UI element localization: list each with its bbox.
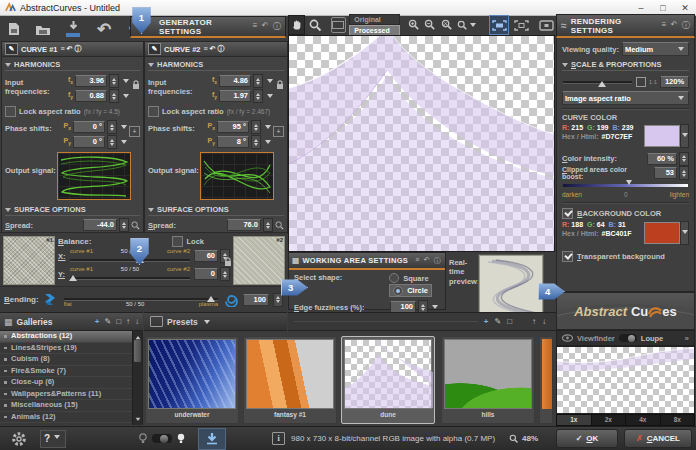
px-stepper[interactable]: [107, 120, 117, 134]
fullscreen-preview-button[interactable]: [538, 16, 556, 34]
loupe-tab[interactable]: Loupe: [641, 334, 664, 343]
curve2-texture-thumbnail[interactable]: #2: [233, 236, 285, 285]
lock-aspect-checkbox[interactable]: [148, 106, 159, 117]
collapse-icon[interactable]: [5, 63, 11, 70]
zoom-out-button[interactable]: [423, 16, 437, 34]
shape-square-label[interactable]: Square: [403, 274, 428, 283]
px-stepper[interactable]: [251, 120, 261, 134]
py-dropdown-icon[interactable]: [121, 140, 127, 147]
panel-menu-icon[interactable]: ≡: [253, 21, 258, 32]
menu-icon[interactable]: ≡: [204, 45, 208, 52]
px-input[interactable]: 0 °: [73, 121, 105, 133]
gallery-item-fire-smoke[interactable]: Fire&Smoke (7): [0, 366, 133, 378]
open-image-button[interactable]: [3, 19, 25, 39]
zoom-8x-button[interactable]: 8x: [661, 415, 695, 425]
background-color-checkbox[interactable]: [562, 208, 573, 219]
zoom-level-value[interactable]: 48%: [522, 434, 538, 443]
py-stepper[interactable]: [107, 135, 117, 149]
panel-reset-icon[interactable]: ↶: [262, 21, 269, 32]
zoom-1x-button[interactable]: 1x: [557, 415, 592, 425]
clipped-boost-input[interactable]: 53: [654, 167, 677, 179]
color-intensity-stepper[interactable]: [679, 152, 689, 166]
gallery-item-animals[interactable]: Animals (12): [0, 412, 133, 424]
fx-dropdown-icon[interactable]: [267, 79, 273, 86]
gallery-item-cubism[interactable]: Cubism (8): [0, 354, 133, 366]
viewfinder-preview[interactable]: [556, 346, 695, 414]
fx-dropdown-icon[interactable]: [123, 79, 129, 86]
maximize-button[interactable]: □: [652, 3, 674, 13]
py-dropdown-icon[interactable]: [265, 140, 271, 147]
scale-zoom-value[interactable]: 120%: [660, 76, 689, 88]
preferences-button[interactable]: [6, 429, 32, 449]
aspect-ratio-select[interactable]: Image aspect ratio: [562, 91, 689, 105]
gallery-item-miscellaneous[interactable]: Miscellaneous (15): [0, 400, 133, 412]
spread-input[interactable]: -44.0: [83, 219, 117, 231]
lock-aspect-checkbox[interactable]: [5, 106, 16, 117]
px-input[interactable]: 95 °: [217, 121, 249, 133]
gallery-item-close-up[interactable]: Close-up (6): [0, 377, 133, 389]
zoom-4x-button[interactable]: 4x: [626, 415, 661, 425]
gallery-item-abstractions[interactable]: Abstractions (12): [0, 331, 133, 343]
clipped-boost-stepper[interactable]: [679, 166, 689, 180]
shape-square-radio[interactable]: [389, 273, 399, 283]
minimize-button[interactable]: –: [630, 3, 652, 13]
shape-circle-label[interactable]: Circle: [407, 286, 428, 295]
copy-gallery-button[interactable]: □: [116, 317, 121, 326]
balance-lock-checkbox[interactable]: [172, 236, 183, 247]
share-download-button[interactable]: [198, 428, 226, 450]
reset-icon[interactable]: ↶: [67, 45, 73, 52]
export-presets-button[interactable]: [61, 19, 85, 39]
fx-stepper[interactable]: [109, 74, 119, 88]
info-icon[interactable]: ⓘ: [74, 45, 81, 52]
preset-partial[interactable]: [539, 336, 553, 424]
bending-input[interactable]: 100: [243, 294, 269, 306]
gallery-item-lines-stripes[interactable]: Lines&Stripes (19): [0, 343, 133, 355]
viewing-quality-select[interactable]: Medium: [622, 42, 689, 56]
scrollbar-thumb[interactable]: [134, 340, 141, 362]
fit-screen-button[interactable]: [512, 16, 530, 34]
spread-finetune-icon[interactable]: [131, 221, 140, 230]
chevrons-icon[interactable]: »: [685, 334, 689, 343]
new-gallery-button[interactable]: +: [95, 317, 100, 326]
fy-stepper[interactable]: [109, 89, 119, 103]
one-to-one-label[interactable]: 1:1: [649, 79, 657, 85]
fy-stepper[interactable]: [253, 89, 263, 103]
shape-circle-radio[interactable]: [393, 286, 403, 296]
cancel-button[interactable]: ✗CANCEL: [624, 429, 692, 448]
preset-dune[interactable]: dune: [341, 336, 435, 424]
fy-dropdown-icon[interactable]: [267, 94, 273, 101]
fx-input[interactable]: 3.96: [75, 75, 107, 87]
info-icon[interactable]: ⓘ: [434, 256, 441, 266]
balance-x-input[interactable]: 60: [194, 250, 218, 262]
close-button[interactable]: ✕: [674, 3, 696, 13]
bending-slider[interactable]: flat 50 / 50 plasma: [62, 292, 220, 308]
reset-icon[interactable]: ↶: [671, 20, 678, 31]
import-preset-button[interactable]: ↑: [532, 317, 536, 326]
spread-input[interactable]: 76.0: [227, 219, 261, 231]
frequency-lock-icon[interactable]: [131, 74, 140, 90]
fy-input[interactable]: 1.97: [219, 90, 251, 102]
fx-stepper[interactable]: [253, 74, 263, 88]
menu-icon[interactable]: ≡: [662, 20, 667, 31]
copy-preset-button[interactable]: □: [507, 317, 512, 326]
fit-icon[interactable]: [636, 77, 646, 87]
original-tab[interactable]: Original: [349, 14, 399, 25]
fx-input[interactable]: 4.86: [219, 75, 251, 87]
phase-expand-button[interactable]: +: [129, 126, 140, 137]
info-icon[interactable]: ⓘ: [682, 20, 690, 31]
spread-stepper[interactable]: [119, 218, 129, 232]
undo-button[interactable]: ↶: [91, 18, 117, 40]
menu-icon[interactable]: ≡: [61, 45, 65, 52]
collapse-icon[interactable]: [148, 63, 154, 70]
viewfinder-tab[interactable]: Viewfinder: [577, 334, 615, 343]
panel-info-icon[interactable]: ⓘ: [273, 21, 281, 32]
py-input[interactable]: 0 °: [73, 136, 105, 148]
balance-y-slider[interactable]: curve #1 50 / 50 curve #2: [68, 266, 192, 282]
preset-underwater[interactable]: underwater: [145, 336, 239, 424]
ok-button[interactable]: ✓OK: [556, 429, 618, 448]
background-color-swatch[interactable]: [644, 221, 689, 245]
image-canvas[interactable]: [288, 35, 555, 252]
fy-input[interactable]: 0.88: [75, 90, 107, 102]
zoom-2x-button[interactable]: 2x: [592, 415, 627, 425]
color-intensity-input[interactable]: 60 %: [647, 153, 677, 165]
